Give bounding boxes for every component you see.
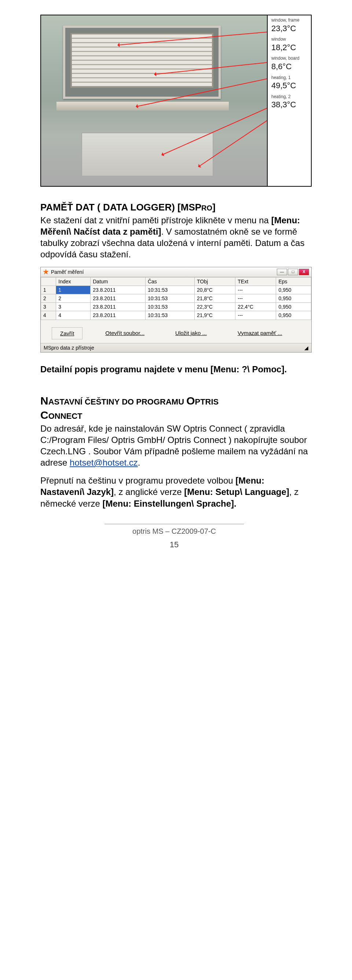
temp-reading: window, frame 23,3°C bbox=[271, 18, 307, 34]
window-buttons: — □ X bbox=[277, 269, 309, 275]
temp-value: 23,3°C bbox=[271, 24, 307, 34]
temp-label: window, frame bbox=[271, 18, 307, 24]
col-header: Eps bbox=[276, 277, 311, 286]
temp-value: 8,6°C bbox=[271, 62, 307, 72]
cell[interactable]: --- bbox=[235, 294, 276, 303]
temp-reading: window, board 8,6°C bbox=[271, 56, 307, 72]
clear-memory-button[interactable]: Vymazat paměť ... bbox=[230, 327, 290, 340]
body-paragraph: Přepnutí na češtinu v programu provedete… bbox=[40, 475, 308, 509]
h-rest: ASTAVNÍ ČEŠTINY DO PROGRAMU bbox=[48, 397, 186, 406]
temp-label: window, board bbox=[271, 56, 307, 62]
temp-reading: heating, 1 49,5°C bbox=[271, 75, 307, 91]
cell[interactable]: 22,3°C bbox=[195, 303, 235, 311]
table-row[interactable]: 4 4 23.8.2011 10:31:53 21,9°C --- 0,950 bbox=[41, 311, 311, 320]
table-row[interactable]: 3 3 23.8.2011 10:31:53 22,3°C 22,4°C 0,9… bbox=[41, 303, 311, 311]
cell[interactable]: 20,8°C bbox=[195, 286, 235, 294]
temp-reading: window 18,2°C bbox=[271, 37, 307, 53]
cell[interactable]: 10:31:53 bbox=[145, 303, 194, 311]
maximize-button[interactable]: □ bbox=[288, 269, 298, 275]
cell[interactable]: 0,950 bbox=[276, 286, 311, 294]
page-number: 15 bbox=[40, 539, 308, 550]
cell[interactable]: 23.8.2011 bbox=[91, 311, 146, 320]
detail-text: Detailní popis programu najdete v menu bbox=[40, 364, 210, 374]
window-title: Paměť měření bbox=[51, 269, 83, 275]
row-index-header bbox=[41, 277, 56, 286]
para-end: . bbox=[138, 458, 141, 468]
radiator-shape bbox=[82, 132, 213, 177]
temperature-panel: window, frame 23,3°C window 18,2°C windo… bbox=[267, 15, 311, 186]
para-text: Přepnutí na češtinu v programu provedete… bbox=[40, 476, 235, 485]
blinds-shape bbox=[70, 33, 213, 88]
window-titlebar: Paměť měření — □ X bbox=[41, 267, 311, 277]
row-label: 1 bbox=[41, 286, 56, 294]
col-header: TExt bbox=[235, 277, 276, 286]
heading-end: ] bbox=[212, 202, 216, 213]
cell[interactable]: --- bbox=[235, 311, 276, 320]
cell[interactable]: 22,4°C bbox=[235, 303, 276, 311]
temp-value: 38,3°C bbox=[271, 100, 307, 110]
status-text: MSpro data z přístroje bbox=[44, 344, 94, 351]
cell[interactable]: 21,8°C bbox=[195, 294, 235, 303]
thermal-photo-figure: window, frame 23,3°C window 18,2°C windo… bbox=[40, 14, 312, 187]
menu-ref: [Menu: Setup\ Language] bbox=[184, 487, 289, 497]
cell[interactable]: 10:31:53 bbox=[145, 311, 194, 320]
col-header: Index bbox=[56, 277, 91, 286]
cell[interactable]: 10:31:53 bbox=[145, 286, 194, 294]
cell[interactable]: 0,950 bbox=[276, 294, 311, 303]
table-row[interactable]: 1 1 23.8.2011 10:31:53 20,8°C --- 0,950 bbox=[41, 286, 311, 294]
heading-text: PAMĚŤ DAT ( DATA LOGGER) [MSP bbox=[40, 202, 201, 213]
email-link[interactable]: hotset@hotset.cz bbox=[70, 458, 138, 468]
button-row: Zavřít Otevřít soubor... Uložit jako ...… bbox=[41, 320, 311, 344]
open-file-button[interactable]: Otevřít soubor... bbox=[97, 327, 152, 340]
cell[interactable]: 23.8.2011 bbox=[91, 294, 146, 303]
cell[interactable]: 23.8.2011 bbox=[91, 286, 146, 294]
section-heading-datalogger: PAMĚŤ DAT ( DATA LOGGER) [MSPRO] bbox=[40, 201, 308, 214]
body-paragraph: Ke stažení dat z vnitřní paměti přístroj… bbox=[40, 215, 308, 260]
status-bar: MSpro data z přístroje ◢ bbox=[41, 343, 311, 352]
cell[interactable]: 3 bbox=[56, 303, 91, 311]
resize-grip-icon[interactable]: ◢ bbox=[304, 344, 308, 351]
row-label: 3 bbox=[41, 303, 56, 311]
cell[interactable]: 4 bbox=[56, 311, 91, 320]
close-dialog-button[interactable]: Zavřít bbox=[52, 327, 83, 340]
h-rest: ONNECT bbox=[48, 412, 83, 421]
table-row[interactable]: 2 2 23.8.2011 10:31:53 21,8°C --- 0,950 bbox=[41, 294, 311, 303]
cell[interactable]: 10:31:53 bbox=[145, 294, 194, 303]
row-label: 2 bbox=[41, 294, 56, 303]
cell[interactable]: 23.8.2011 bbox=[91, 303, 146, 311]
col-header: Čas bbox=[145, 277, 194, 286]
app-icon bbox=[43, 269, 49, 275]
footer: optris MS – CZ2009-07-C bbox=[40, 524, 308, 536]
footer-rule bbox=[104, 524, 244, 524]
para-text: , z anglické verze bbox=[114, 487, 184, 497]
h-cap: N bbox=[40, 395, 48, 407]
temp-label: heating, 1 bbox=[271, 75, 307, 81]
cell[interactable]: 0,950 bbox=[276, 303, 311, 311]
h-rest: PTRIS bbox=[195, 397, 219, 406]
minimize-button[interactable]: — bbox=[277, 269, 287, 275]
table-header-row: Index Datum Čas TObj TExt Eps bbox=[41, 277, 311, 286]
footer-code: optris MS – CZ2009-07-C bbox=[40, 527, 308, 536]
window-shape bbox=[63, 25, 221, 99]
temp-value: 18,2°C bbox=[271, 43, 307, 53]
close-button[interactable]: X bbox=[299, 269, 309, 275]
detail-line: Detailní popis programu najdete v menu [… bbox=[40, 364, 308, 375]
heading-suffix: RO bbox=[201, 204, 212, 212]
h-cap: C bbox=[40, 409, 48, 421]
para-text: Ke stažení dat z vnitřní paměti přístroj… bbox=[40, 215, 271, 225]
menu-ref: [Menu: ?\ Pomoc]. bbox=[210, 364, 287, 374]
save-as-button[interactable]: Uložit jako ... bbox=[167, 327, 215, 340]
temp-value: 49,5°C bbox=[271, 81, 307, 91]
temp-label: window bbox=[271, 37, 307, 43]
cell[interactable]: 1 bbox=[56, 286, 91, 294]
cell[interactable]: 0,950 bbox=[276, 311, 311, 320]
col-header: TObj bbox=[195, 277, 235, 286]
cell[interactable]: 2 bbox=[56, 294, 91, 303]
row-label: 4 bbox=[41, 311, 56, 320]
room-photo bbox=[41, 15, 267, 186]
cell[interactable]: --- bbox=[235, 286, 276, 294]
section-heading-czech: NASTAVNÍ ČEŠTINY DO PROGRAMU OPTRIS CONN… bbox=[40, 393, 308, 422]
cell[interactable]: 21,9°C bbox=[195, 311, 235, 320]
menu-ref: [Menu: Einstellungen\ Sprache]. bbox=[102, 499, 236, 509]
memory-window: Paměť měření — □ X Index Datum Čas TObj … bbox=[40, 267, 312, 353]
